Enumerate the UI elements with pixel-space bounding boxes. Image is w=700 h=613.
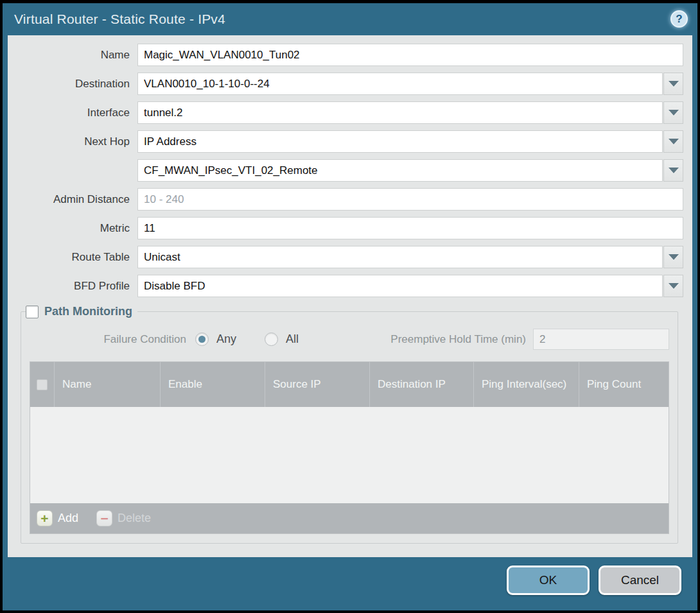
path-monitoring-section: Path Monitoring Failure Condition Any Al… bbox=[21, 305, 678, 544]
admin-distance-row: Admin Distance bbox=[15, 188, 683, 211]
title-bar: Virtual Router - Static Route - IPv4 ? bbox=[3, 3, 697, 35]
route-table-input[interactable] bbox=[137, 246, 663, 268]
interface-label: Interface bbox=[15, 107, 137, 119]
cancel-button[interactable]: Cancel bbox=[599, 566, 681, 595]
path-monitoring-options-row: Failure Condition Any All Preemptive Hol… bbox=[30, 329, 669, 350]
bfd-profile-row: BFD Profile bbox=[15, 275, 683, 297]
delete-button-label: Delete bbox=[118, 512, 151, 525]
chevron-down-icon bbox=[669, 81, 679, 87]
next-hop-address-row bbox=[15, 159, 683, 182]
column-header-source-ip: Source IP bbox=[265, 362, 370, 407]
path-monitoring-title: Path Monitoring bbox=[44, 305, 132, 318]
next-hop-address-dropdown-button[interactable] bbox=[663, 159, 683, 182]
destination-dropdown-button[interactable] bbox=[663, 73, 683, 95]
preemptive-hold-time-input bbox=[533, 329, 669, 350]
page-title: Virtual Router - Static Route - IPv4 bbox=[14, 12, 225, 27]
failure-condition-label: Failure Condition bbox=[30, 333, 195, 346]
column-header-destination-ip: Destination IP bbox=[370, 362, 474, 407]
path-monitoring-checkbox[interactable] bbox=[26, 306, 39, 318]
failure-condition-all-radio[interactable] bbox=[265, 332, 278, 346]
chevron-down-icon bbox=[669, 139, 679, 144]
dialog-body: Name Destination Interface bbox=[8, 35, 692, 557]
interface-row: Interface bbox=[15, 101, 683, 124]
route-table-dropdown-button[interactable] bbox=[663, 246, 683, 268]
failure-condition-any-label: Any bbox=[216, 332, 236, 346]
table-header: Name Enable Source IP Destination IP Pin… bbox=[30, 362, 669, 407]
failure-condition-all-label: All bbox=[286, 332, 299, 346]
chevron-down-icon bbox=[669, 168, 679, 173]
route-table-row: Route Table bbox=[15, 246, 683, 268]
add-button[interactable]: + Add bbox=[37, 510, 78, 526]
select-all-checkbox[interactable] bbox=[37, 379, 48, 390]
next-hop-label: Next Hop bbox=[15, 135, 137, 148]
table-header-checkbox-cell bbox=[30, 362, 55, 407]
dialog-footer: OK Cancel bbox=[3, 557, 697, 610]
table-toolbar: + Add − Delete bbox=[30, 503, 669, 533]
help-icon[interactable]: ? bbox=[670, 10, 688, 28]
minus-icon: − bbox=[96, 510, 112, 526]
route-table-label: Route Table bbox=[15, 251, 137, 264]
path-monitoring-legend: Path Monitoring bbox=[26, 305, 137, 318]
name-label: Name bbox=[15, 49, 137, 62]
column-header-ping-interval: Ping Interval(sec) bbox=[474, 362, 579, 407]
failure-condition-radio-group: Any All bbox=[195, 332, 299, 346]
plus-icon: + bbox=[37, 510, 53, 526]
ok-button[interactable]: OK bbox=[507, 566, 590, 595]
next-hop-type-dropdown-button[interactable] bbox=[663, 130, 683, 153]
chevron-down-icon bbox=[669, 110, 679, 116]
destination-input[interactable] bbox=[137, 73, 663, 95]
column-header-ping-count: Ping Count bbox=[579, 362, 669, 407]
delete-button: − Delete bbox=[96, 510, 151, 526]
name-row: Name bbox=[15, 44, 683, 66]
preemptive-hold-time-label: Preemptive Hold Time (min) bbox=[390, 333, 533, 346]
chevron-down-icon bbox=[669, 283, 679, 289]
table-body-empty bbox=[30, 407, 669, 503]
admin-distance-input[interactable] bbox=[137, 188, 683, 211]
bfd-profile-label: BFD Profile bbox=[15, 280, 137, 293]
static-route-dialog: Virtual Router - Static Route - IPv4 ? N… bbox=[3, 3, 697, 610]
bfd-profile-input[interactable] bbox=[137, 275, 663, 297]
interface-dropdown-button[interactable] bbox=[663, 101, 683, 124]
destination-row: Destination bbox=[15, 73, 683, 95]
column-header-enable: Enable bbox=[161, 362, 265, 407]
destination-label: Destination bbox=[15, 78, 137, 91]
bfd-profile-dropdown-button[interactable] bbox=[663, 275, 683, 297]
name-input[interactable] bbox=[137, 44, 683, 66]
add-button-label: Add bbox=[58, 512, 78, 525]
column-header-name: Name bbox=[55, 362, 161, 407]
radio-dot-icon bbox=[198, 336, 206, 343]
failure-condition-any-radio[interactable] bbox=[195, 332, 209, 346]
next-hop-row: Next Hop bbox=[15, 130, 683, 153]
interface-input[interactable] bbox=[137, 101, 663, 124]
metric-label: Metric bbox=[15, 222, 137, 235]
chevron-down-icon bbox=[669, 254, 679, 260]
admin-distance-label: Admin Distance bbox=[15, 193, 137, 206]
next-hop-type-input[interactable] bbox=[137, 130, 663, 153]
path-monitoring-table: Name Enable Source IP Destination IP Pin… bbox=[30, 361, 669, 534]
next-hop-address-input[interactable] bbox=[137, 159, 663, 182]
metric-row: Metric bbox=[15, 217, 683, 239]
metric-input[interactable] bbox=[137, 217, 683, 239]
